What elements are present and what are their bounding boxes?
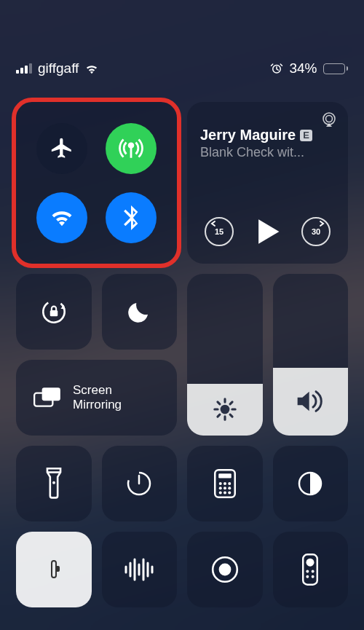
connectivity-panel[interactable] [16, 102, 177, 264]
play-button[interactable] [256, 218, 280, 245]
screen-mirroring-icon [32, 385, 63, 410]
dark-mode-icon [296, 469, 325, 498]
brightness-icon [213, 397, 237, 422]
svg-point-27 [312, 570, 314, 572]
skip-forward-button[interactable]: 30 [301, 217, 331, 246]
timer-icon [124, 469, 154, 498]
svg-point-25 [306, 559, 314, 567]
screen-mirroring-label: Screen Mirroring [73, 383, 122, 412]
alarm-icon [270, 62, 283, 75]
brightness-slider[interactable] [187, 274, 263, 436]
screen-mirroring-button[interactable]: Screen Mirroring [16, 360, 177, 436]
cellular-data-toggle[interactable] [106, 123, 157, 174]
battery-pct-label: 34% [289, 60, 317, 76]
apple-tv-remote-button[interactable] [273, 532, 349, 607]
annotation-highlight [12, 98, 181, 268]
sound-recognition-button[interactable] [102, 532, 178, 607]
battery-icon [323, 63, 349, 74]
flashlight-button[interactable] [16, 446, 92, 521]
svg-rect-4 [50, 310, 58, 316]
remote-icon [302, 554, 318, 586]
media-panel[interactable]: Jerry Maguire E Blank Check wit... 15 30 [187, 102, 348, 264]
screen-record-button[interactable] [187, 532, 263, 607]
svg-point-1 [323, 113, 335, 125]
svg-point-23 [218, 564, 231, 576]
svg-point-19 [223, 492, 226, 495]
svg-rect-7 [42, 387, 60, 401]
svg-point-17 [228, 487, 231, 489]
orientation-lock-icon [39, 296, 69, 327]
low-power-mode-button[interactable] [16, 532, 92, 607]
do-not-disturb-toggle[interactable] [102, 274, 178, 350]
calculator-icon [214, 469, 236, 498]
bluetooth-toggle[interactable] [106, 192, 157, 243]
svg-point-14 [228, 482, 231, 485]
antenna-icon [119, 136, 143, 161]
svg-point-26 [306, 570, 309, 572]
svg-point-5 [220, 405, 229, 414]
media-subtitle: Blank Check wit... [200, 145, 335, 160]
svg-point-20 [228, 492, 231, 495]
status-bar: giffgaff 34% [16, 51, 348, 86]
record-icon [210, 554, 240, 585]
dark-mode-button[interactable] [273, 446, 349, 521]
wifi-status-icon [84, 63, 99, 74]
explicit-badge: E [300, 130, 312, 141]
svg-rect-11 [218, 473, 232, 478]
wifi-icon [50, 208, 74, 227]
bluetooth-icon [124, 205, 138, 230]
airplay-icon[interactable] [320, 111, 338, 131]
airplane-mode-toggle[interactable] [36, 123, 87, 174]
media-title: Jerry Maguire [200, 127, 296, 143]
svg-point-28 [306, 575, 309, 578]
waveform-icon [123, 557, 155, 582]
volume-slider[interactable] [273, 274, 349, 436]
airplane-icon [50, 136, 74, 161]
skip-back-button[interactable]: 15 [205, 217, 234, 246]
svg-point-18 [219, 492, 222, 495]
svg-point-13 [223, 482, 226, 485]
orientation-lock-toggle[interactable] [16, 274, 92, 350]
svg-point-16 [223, 487, 226, 489]
wifi-toggle[interactable] [36, 192, 87, 243]
volume-icon [296, 389, 325, 414]
calculator-button[interactable] [187, 446, 263, 521]
cellular-signal-icon [16, 63, 32, 74]
svg-point-15 [219, 487, 222, 489]
flashlight-icon [45, 468, 63, 500]
carrier-label: giffgaff [38, 60, 79, 76]
svg-point-8 [52, 481, 55, 484]
moon-icon [126, 299, 152, 325]
low-power-battery-icon [51, 563, 57, 576]
svg-point-29 [312, 575, 314, 578]
timer-button[interactable] [102, 446, 178, 521]
svg-point-2 [326, 116, 333, 122]
svg-point-12 [219, 482, 222, 485]
